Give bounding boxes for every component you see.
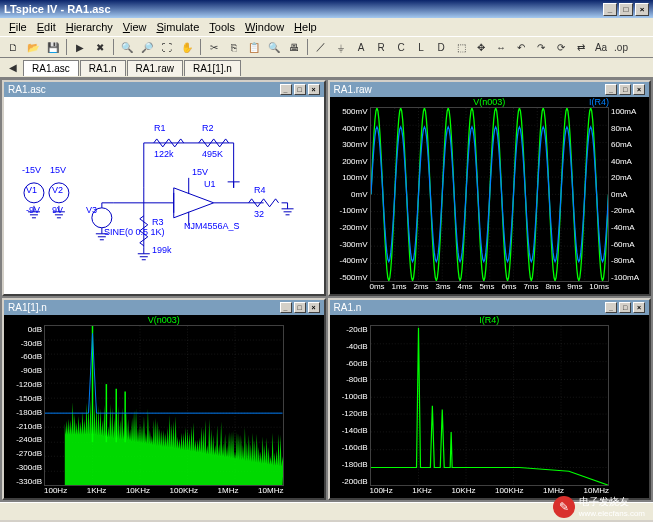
pane-schematic-title-text: RA1.asc bbox=[8, 84, 46, 95]
diode-icon[interactable]: D bbox=[432, 38, 450, 56]
tab-fft1[interactable]: RA1[1].n bbox=[184, 60, 241, 76]
pane-min-icon[interactable]: _ bbox=[280, 302, 292, 313]
u1-name: U1 bbox=[204, 179, 216, 189]
fft2-y-axis: -20dB-40dB-60dB-80dB-100dB-120dB-140dB-1… bbox=[330, 325, 370, 486]
menu-simulate[interactable]: Simulate bbox=[151, 21, 204, 33]
mirror-icon[interactable]: ⇄ bbox=[572, 38, 590, 56]
pane-close-icon[interactable]: × bbox=[308, 84, 320, 95]
fft2-x-axis: 100Hz1KHz10KHz100KHz1MHz10MHz bbox=[370, 486, 610, 498]
close-button[interactable]: × bbox=[635, 3, 649, 16]
v2-top: 15V bbox=[50, 165, 66, 175]
pane-time-title: RA1.raw _ □ × bbox=[330, 82, 650, 97]
pane-min-icon[interactable]: _ bbox=[605, 302, 617, 313]
v2-bot: 9V bbox=[52, 205, 63, 215]
fft1-y-axis: 0dB-30dB-60dB-90dB-120dB-150dB-180dB-210… bbox=[4, 325, 44, 486]
r4-val: 32 bbox=[254, 209, 264, 219]
pane-close-icon[interactable]: × bbox=[308, 302, 320, 313]
inductor-icon[interactable]: L bbox=[412, 38, 430, 56]
pane-max-icon[interactable]: □ bbox=[619, 84, 631, 95]
pane-fft1: RA1[1].n _ □ × V(n003) 0dB-30dB-60dB-90d… bbox=[2, 298, 326, 500]
redo-icon[interactable]: ↷ bbox=[532, 38, 550, 56]
print-icon[interactable]: 🖶 bbox=[285, 38, 303, 56]
v1-bot: -9V bbox=[26, 205, 40, 215]
find-icon[interactable]: 🔍 bbox=[265, 38, 283, 56]
menu-hierarchy[interactable]: Hierarchy bbox=[61, 21, 118, 33]
fft1-legend: V(n003) bbox=[148, 315, 180, 325]
pane-fft2-title-text: RA1.n bbox=[334, 302, 362, 313]
tab-time[interactable]: RA1.raw bbox=[127, 60, 183, 76]
pane-fft1-title: RA1[1].n _ □ × bbox=[4, 300, 324, 315]
pane-fft1-title-text: RA1[1].n bbox=[8, 302, 47, 313]
spice-icon[interactable]: .op bbox=[612, 38, 630, 56]
pane-max-icon[interactable]: □ bbox=[294, 84, 306, 95]
time-legend-i: I(R4) bbox=[589, 97, 609, 107]
minimize-button[interactable]: _ bbox=[603, 3, 617, 16]
ground-icon[interactable]: ⏚ bbox=[332, 38, 350, 56]
rotate-icon[interactable]: ⟳ bbox=[552, 38, 570, 56]
r2-name: R2 bbox=[202, 123, 214, 133]
component-icon[interactable]: ⬚ bbox=[452, 38, 470, 56]
zoom-fit-icon[interactable]: ⛶ bbox=[158, 38, 176, 56]
undo-icon[interactable]: ↶ bbox=[512, 38, 530, 56]
pane-schematic-title: RA1.asc _ □ × bbox=[4, 82, 324, 97]
capacitor-icon[interactable]: C bbox=[392, 38, 410, 56]
time-plot[interactable]: V(n003) I(R4) 500mV400mV300mV200mV100mV0… bbox=[330, 97, 650, 294]
wire-icon[interactable]: ／ bbox=[312, 38, 330, 56]
menu-window[interactable]: Window bbox=[240, 21, 289, 33]
copy-icon[interactable]: ⎘ bbox=[225, 38, 243, 56]
zoom-out-icon[interactable]: 🔎 bbox=[138, 38, 156, 56]
menu-help[interactable]: Help bbox=[289, 21, 322, 33]
paste-icon[interactable]: 📋 bbox=[245, 38, 263, 56]
r1-name: R1 bbox=[154, 123, 166, 133]
pane-max-icon[interactable]: □ bbox=[294, 302, 306, 313]
tab-fft2[interactable]: RA1.n bbox=[80, 60, 126, 76]
pane-fft2-title: RA1.n _ □ × bbox=[330, 300, 650, 315]
time-y-axis-left: 500mV400mV300mV200mV100mV0mV-100mV-200mV… bbox=[330, 107, 370, 282]
maximize-button[interactable]: □ bbox=[619, 3, 633, 16]
statusbar bbox=[0, 502, 653, 520]
app-titlebar: LTspice IV - RA1.asc _ □ × bbox=[0, 0, 653, 18]
pane-time-title-text: RA1.raw bbox=[334, 84, 372, 95]
time-y-axis-right: 100mA80mA60mA40mA20mA0mA-20mA-40mA-60mA-… bbox=[609, 107, 649, 282]
pane-close-icon[interactable]: × bbox=[633, 302, 645, 313]
cut-icon[interactable]: ✂ bbox=[205, 38, 223, 56]
fft2-plot[interactable]: I(R4) -20dB-40dB-60dB-80dB-100dB-120dB-1… bbox=[330, 315, 650, 498]
fft2-legend: I(R4) bbox=[479, 315, 499, 325]
label-icon[interactable]: A bbox=[352, 38, 370, 56]
resistor-icon[interactable]: R bbox=[372, 38, 390, 56]
time-x-axis: 0ms1ms2ms3ms4ms5ms6ms7ms8ms9ms10ms bbox=[370, 282, 610, 294]
zoom-in-icon[interactable]: 🔍 bbox=[118, 38, 136, 56]
schematic-canvas[interactable]: R1 122k R2 495K R3 199k R4 32 U1 NJM4556… bbox=[4, 97, 324, 294]
drag-icon[interactable]: ↔ bbox=[492, 38, 510, 56]
run-icon[interactable]: ▶ bbox=[71, 38, 89, 56]
pane-min-icon[interactable]: _ bbox=[280, 84, 292, 95]
save-icon[interactable]: 💾 bbox=[44, 38, 62, 56]
new-icon[interactable]: 🗋 bbox=[4, 38, 22, 56]
menu-edit[interactable]: Edit bbox=[32, 21, 61, 33]
app-title: LTspice IV - RA1.asc bbox=[4, 3, 111, 15]
time-legend-v: V(n003) bbox=[473, 97, 505, 107]
menu-file[interactable]: File bbox=[4, 21, 32, 33]
r2-val: 495K bbox=[202, 149, 223, 159]
r1-val: 122k bbox=[154, 149, 174, 159]
pane-time: RA1.raw _ □ × V(n003) I(R4) 500mV400mV30… bbox=[328, 80, 652, 296]
tab-prev-icon[interactable]: ◀ bbox=[4, 59, 22, 77]
text-icon[interactable]: Aa bbox=[592, 38, 610, 56]
v3-name: V3 bbox=[86, 205, 97, 215]
fft1-plot[interactable]: V(n003) 0dB-30dB-60dB-90dB-120dB-150dB-1… bbox=[4, 315, 324, 498]
u1-vpos: 15V bbox=[192, 167, 208, 177]
toolbar: 🗋 📂 💾 ▶ ✖ 🔍 🔎 ⛶ ✋ ✂ ⎘ 📋 🔍 🖶 ／ ⏚ A R C L … bbox=[0, 36, 653, 58]
v3-val: SINE(0 0.5 1K) bbox=[104, 227, 165, 237]
pane-close-icon[interactable]: × bbox=[633, 84, 645, 95]
tab-schematic[interactable]: RA1.asc bbox=[23, 60, 79, 76]
pane-fft2: RA1.n _ □ × I(R4) -20dB-40dB-60dB-80dB-1… bbox=[328, 298, 652, 500]
pan-icon[interactable]: ✋ bbox=[178, 38, 196, 56]
open-icon[interactable]: 📂 bbox=[24, 38, 42, 56]
menu-tools[interactable]: Tools bbox=[204, 21, 240, 33]
pane-min-icon[interactable]: _ bbox=[605, 84, 617, 95]
menu-view[interactable]: View bbox=[118, 21, 152, 33]
move-icon[interactable]: ✥ bbox=[472, 38, 490, 56]
pane-max-icon[interactable]: □ bbox=[619, 302, 631, 313]
r3-val: 199k bbox=[152, 245, 172, 255]
stop-icon[interactable]: ✖ bbox=[91, 38, 109, 56]
